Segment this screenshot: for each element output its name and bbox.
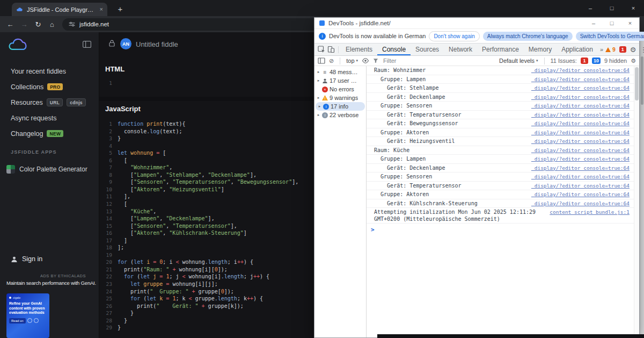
console-filter-error[interactable]: ×No errors (314, 85, 366, 94)
console-message: Gerät: Temperatursensor_display/?editor_… (367, 182, 634, 191)
fiddle-title[interactable]: Untitled fiddle (136, 40, 178, 48)
issues-error-chip: 1 (581, 57, 588, 64)
reload-icon[interactable]: ↻ (31, 20, 45, 28)
sidebar-item-async-requests[interactable]: Async requests (0, 110, 99, 126)
warning-count-badge[interactable]: 9 (605, 46, 616, 53)
devtools-titlebar[interactable]: DevTools - jsfiddle.net/ – □ × (314, 18, 639, 29)
forward-icon[interactable]: → (17, 20, 31, 28)
home-icon[interactable]: ⌂ (45, 20, 59, 28)
taskbar[interactable] (377, 334, 644, 338)
window-close-button[interactable]: × (623, 0, 644, 16)
devtools-tab-application[interactable]: Application (557, 44, 598, 55)
source-link[interactable]: _display/?editor_console=true:64 (531, 76, 630, 83)
sidebar-item-your-recent-fiddles[interactable]: Your recent fiddles (0, 63, 99, 79)
devtools-tab-performance[interactable]: Performance (477, 44, 524, 55)
kebab-menu-icon[interactable]: ⋮ (640, 46, 644, 54)
scrollbar-thumb[interactable] (641, 56, 643, 105)
settings-gear-icon[interactable]: ⚙ (630, 46, 636, 54)
source-link[interactable]: _display/?editor_console=true:64 (531, 67, 630, 74)
source-link[interactable]: _display/?editor_console=true:64 (531, 165, 630, 172)
context-selector[interactable]: top ▾ (346, 57, 358, 64)
html-pane-label: HTML (105, 65, 125, 73)
devtools-maximize-button[interactable]: □ (603, 18, 621, 28)
console-filter-user[interactable]: ▸17 user messages (314, 76, 366, 85)
sign-in-button[interactable]: Sign in (11, 255, 42, 263)
source-link[interactable]: _display/?editor_console=true:64 (531, 85, 630, 92)
source-link[interactable]: _display/?editor_console=true:64 (531, 103, 630, 110)
clear-console-icon[interactable]: ⊘ (329, 57, 334, 64)
source-link[interactable]: _display/?editor_console=true:64 (531, 94, 630, 101)
devtools-scrollbar-thumb[interactable] (635, 67, 639, 100)
source-link[interactable]: _display/?editor_console=true:64 (531, 130, 630, 136)
new-tab-button[interactable]: + (115, 3, 126, 14)
error-count-badge[interactable]: 1 (619, 46, 626, 53)
back-icon[interactable]: ← (3, 20, 17, 28)
privacy-lock-icon (109, 40, 115, 47)
verbose-icon: i (322, 112, 328, 118)
issues-info-chip: 10 (592, 57, 601, 64)
ad-cta-button[interactable]: Read on (9, 318, 26, 323)
ad-creative[interactable]: cigale Refine your GenAI content with pr… (6, 293, 49, 338)
tab-title: JSFiddle - Code Playground (27, 6, 96, 13)
sidebar-item-collections[interactable]: CollectionsPRO (0, 79, 99, 95)
sidebar-item-changelog[interactable]: ChangelogNEW (0, 126, 99, 141)
page-scrollbar[interactable] (640, 32, 644, 338)
window-maximize-button[interactable]: □ (601, 0, 623, 16)
console-toolbar: ⊘ top ▾ Default levels ▾ 11 Issues: 1 10… (314, 56, 639, 66)
window-minimize-button[interactable]: – (580, 0, 601, 16)
sidebar-item-resources[interactable]: ResourcesURLcdnjs (0, 95, 99, 110)
source-link[interactable]: _display/?editor_console=true:64 (531, 138, 630, 145)
console-filter-info[interactable]: ▸i17 info (316, 102, 365, 111)
always-match-language-button[interactable]: Always match Chrome's language (483, 32, 573, 41)
devtools-logo-icon (319, 20, 325, 26)
devtools-tab-console[interactable]: Console (377, 44, 411, 55)
source-link[interactable]: _display/?editor_console=true:64 (531, 147, 630, 154)
console-filter-input[interactable] (382, 57, 495, 64)
warning-icon: ! (322, 95, 328, 101)
ad-decoration-icon (34, 318, 39, 323)
devtools-tab-elements[interactable]: Elements (341, 44, 377, 55)
ad-brand: cigale (9, 296, 47, 299)
live-expression-eye-icon[interactable] (362, 57, 369, 64)
console-message: Gerät: Deckenlampe_display/?editor_conso… (367, 93, 634, 102)
console-filter-warning[interactable]: ▸!9 warnings (314, 94, 366, 102)
device-toolbar-icon[interactable] (327, 45, 335, 54)
tab-close-icon[interactable]: × (100, 6, 103, 12)
dont-show-again-button[interactable]: Don't show again (429, 31, 479, 41)
devtools-tab-sources[interactable]: Sources (411, 44, 444, 55)
console-settings-gear-icon[interactable]: ⚙ (631, 57, 636, 64)
source-link[interactable]: _display/?editor_console=true:64 (531, 191, 630, 198)
console-sidebar-toggle-icon[interactable] (318, 57, 325, 64)
issues-label[interactable]: 11 Issues: (551, 57, 577, 64)
source-link[interactable]: _display/?editor_console=true:64 (531, 174, 630, 181)
source-link[interactable]: _display/?editor_console=true:64 (531, 112, 630, 119)
console-message: Raum: Wohnzimmer_display/?editor_console… (367, 66, 634, 75)
console-filter-verbose[interactable]: ▸i22 verbose (314, 111, 366, 119)
console-messages-pane: Raum: Wohnzimmer_display/?editor_console… (367, 66, 634, 337)
log-levels-dropdown[interactable]: Default levels ▾ (499, 57, 538, 64)
sidebar-item-color-palette-generator[interactable]: Color Palette Generator (6, 161, 94, 177)
source-link[interactable]: _display/?editor_console=true:64 (531, 200, 630, 207)
infobar-message: DevTools is now available in German (329, 33, 426, 39)
inspect-element-icon[interactable] (318, 45, 325, 54)
source-link[interactable]: _display/?editor_console=true:64 (531, 120, 630, 127)
panel-layout-icon[interactable] (83, 41, 91, 48)
devtools-scrollbar[interactable] (634, 66, 639, 337)
source-link[interactable]: _display/?editor_console=true:64 (531, 156, 630, 163)
devtools-tab-network[interactable]: Network (444, 44, 477, 55)
site-settings-icon[interactable] (69, 21, 75, 27)
sidebar-nav: Your recent fiddlesCollectionsPROResourc… (0, 63, 99, 141)
jsfiddle-logo-icon[interactable] (8, 38, 28, 53)
browser-tab[interactable]: JSFiddle - Code Playground × (12, 3, 107, 16)
console-prompt[interactable]: > (367, 224, 634, 236)
console-message: Gerät: Stehlampe_display/?editor_console… (367, 84, 634, 93)
source-link[interactable]: content_script_bundle.js:1 (550, 209, 630, 216)
switch-devtools-german-button[interactable]: Switch DevTools to German (576, 32, 644, 41)
devtools-minimize-button[interactable]: – (584, 18, 603, 28)
source-link[interactable]: _display/?editor_console=true:64 (531, 183, 630, 190)
more-panels-icon[interactable]: » (598, 46, 605, 53)
devtools-tab-memory[interactable]: Memory (524, 44, 557, 55)
avatar[interactable]: AN (120, 38, 131, 49)
devtools-close-button[interactable]: × (621, 18, 639, 28)
console-filter-list[interactable]: ▸≡48 messages (314, 68, 366, 76)
